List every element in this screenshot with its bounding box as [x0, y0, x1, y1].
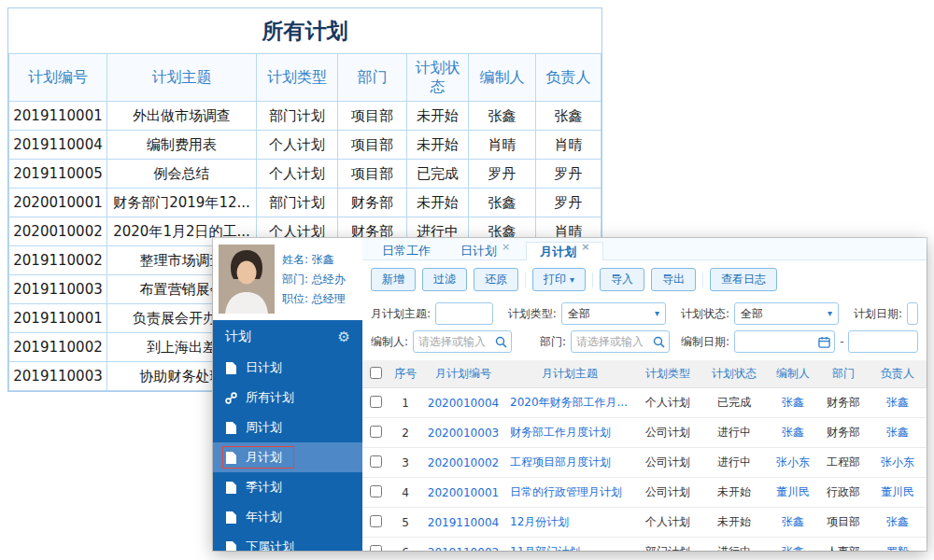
plan-creator-link[interactable]: 张鑫: [768, 508, 818, 538]
plan-owner: 肖晴: [536, 131, 601, 160]
add-button[interactable]: 新增: [371, 268, 416, 291]
plan-row[interactable]: 2 2020010003 财务部工作月度计划 公司计划 进行中 张鑫 财务部 张…: [362, 418, 927, 448]
plan-date-input[interactable]: [907, 302, 918, 325]
filter-panel: 月计划主题: 计划类型: 全部 ▾ 计划状态: 全部 ▾ 计划日期:: [362, 297, 927, 360]
tab-label: 月计划: [540, 244, 576, 260]
plan-subject-link[interactable]: 11月部门计划: [504, 538, 635, 552]
profile-position: 职位: 总经理: [282, 289, 346, 309]
column-header: 计划状态: [700, 360, 768, 388]
plan-type: 公司计划: [635, 448, 700, 478]
plan-type: 部门计划: [257, 102, 338, 131]
sidebar-item-yearly-plan[interactable]: 年计划: [213, 502, 362, 532]
sidebar-item-weekly-plan[interactable]: 周计划: [213, 413, 362, 442]
plan-type: 部门计划: [257, 189, 338, 217]
plan-subject-link[interactable]: 财务部工作月度计划: [504, 418, 635, 448]
sidebar: 姓名: 张鑫 部门: 总经办 职位: 总经理 计划 ⚙ 日计划: [213, 238, 362, 551]
sidebar-item-monthly-plan[interactable]: 月计划: [213, 442, 362, 472]
status-select[interactable]: 全部 ▾: [734, 302, 839, 325]
close-icon[interactable]: ×: [502, 241, 510, 253]
subject-filter-input[interactable]: [435, 302, 493, 325]
search-icon[interactable]: [495, 336, 507, 348]
plan-creator: 罗丹: [469, 160, 536, 189]
plan-id-link[interactable]: 2020010003: [422, 418, 504, 448]
column-header: 部门: [818, 360, 869, 388]
sidebar-section-plan[interactable]: 计划 ⚙: [213, 320, 362, 353]
plan-row[interactable]: 3 2020010002 工程项目部月度计划 公司计划 进行中 张小东 工程部 …: [362, 448, 927, 478]
tab-daily-plan[interactable]: 日计划 ×: [446, 242, 524, 259]
plan-id-link[interactable]: 2020010004: [422, 388, 504, 418]
plan-owner-link[interactable]: 张鑫: [869, 388, 927, 418]
row-checkbox[interactable]: [370, 396, 382, 408]
sidebar-section-label: 计划: [225, 329, 251, 345]
profile-department: 部门: 总经办: [282, 270, 346, 289]
plan-subject-link[interactable]: 12月份计划: [504, 508, 635, 538]
gear-icon[interactable]: ⚙: [338, 330, 350, 344]
table-header-row: 序号月计划编号月计划主题计划类型计划状态编制人部门负责人: [362, 360, 927, 388]
plan-creator-link[interactable]: 张鑫: [768, 388, 818, 418]
plan-dept: 财务部: [818, 388, 869, 418]
row-checkbox[interactable]: [370, 515, 382, 527]
import-button[interactable]: 导入: [600, 268, 644, 291]
type-filter-label: 计划类型:: [508, 306, 557, 322]
tab-daily-work[interactable]: 日常工作: [368, 242, 445, 259]
plan-creator-link[interactable]: 张鑫: [768, 418, 818, 448]
plan-id-link[interactable]: 2020010002: [422, 448, 504, 478]
column-header: 计划类型: [635, 360, 700, 388]
print-button[interactable]: 打印 ▾: [532, 268, 586, 291]
plan-subject-link[interactable]: 2020年财务部工作月...: [504, 388, 635, 418]
plan-id-link[interactable]: 2020010001: [422, 478, 504, 508]
plan-owner-link[interactable]: 张小东: [869, 448, 927, 478]
plan-row[interactable]: 4 2020010001 日常的行政管理月计划 公司计划 未开始 董川民 行政部…: [362, 478, 927, 508]
row-checkbox[interactable]: [370, 545, 382, 552]
plan-creator-link[interactable]: 张小东: [768, 448, 818, 478]
close-icon[interactable]: ×: [581, 241, 589, 253]
plan-status: 进行中: [700, 448, 768, 478]
tab-monthly-plan[interactable]: 月计划 ×: [526, 242, 603, 260]
view-log-button[interactable]: 查看日志: [710, 268, 777, 291]
row-number: 1: [389, 388, 422, 418]
document-icon: [225, 422, 237, 434]
document-icon: [225, 452, 237, 464]
plan-id: 2020010002: [9, 217, 107, 246]
plan-subject-link[interactable]: 日常的行政管理月计划: [504, 478, 635, 508]
report-row: 2019110004 编制费用表 个人计划 项目部 未开始 肖晴 肖晴: [9, 131, 601, 160]
filter-button[interactable]: 过滤: [422, 268, 467, 291]
plan-status: 未开始: [700, 508, 768, 538]
row-checkbox[interactable]: [370, 485, 382, 497]
row-checkbox[interactable]: [370, 455, 382, 468]
plan-owner-link[interactable]: 罗毅: [869, 538, 927, 552]
row-checkbox[interactable]: [370, 426, 382, 438]
search-icon[interactable]: [653, 336, 665, 348]
plan-subject-link[interactable]: 工程项目部月度计划: [504, 448, 635, 478]
plan-type: 个人计划: [257, 131, 338, 160]
plan-owner-link[interactable]: 董川民: [869, 478, 927, 508]
plan-type: 个人计划: [635, 388, 700, 418]
plan-subject: 例会总结: [107, 160, 257, 189]
export-button[interactable]: 导出: [651, 268, 696, 291]
plan-creator-link[interactable]: 董川民: [768, 478, 818, 508]
sidebar-item-quarterly-plan[interactable]: 季计划: [213, 472, 362, 502]
plan-id-link[interactable]: 2019110002: [422, 538, 504, 552]
plan-type: 个人计划: [257, 160, 338, 189]
plan-type: 个人计划: [635, 508, 700, 538]
select-all-checkbox[interactable]: [370, 367, 382, 379]
plan-row[interactable]: 1 2020010004 2020年财务部工作月... 个人计划 已完成 张鑫 …: [362, 388, 927, 418]
calendar-icon[interactable]: [818, 336, 830, 348]
plan-id: 2020010001: [9, 189, 107, 217]
plan-row[interactable]: 5 2019110004 12月份计划 个人计划 未开始 张鑫 项目部 张鑫: [362, 508, 927, 538]
plan-creator-link[interactable]: 张鑫: [768, 538, 818, 552]
plan-type: 公司计划: [635, 478, 700, 508]
plan-date-filter-label: 计划日期:: [854, 306, 902, 322]
column-header: 计划编号: [9, 54, 107, 102]
reset-button[interactable]: 还原: [474, 268, 518, 291]
type-select[interactable]: 全部 ▾: [561, 302, 666, 325]
created-date-end-input[interactable]: [848, 330, 918, 353]
sidebar-item-subordinate-plans[interactable]: 下属计划: [213, 532, 362, 551]
plan-id-link[interactable]: 2019110004: [422, 508, 504, 538]
sidebar-item-daily-plan[interactable]: 日计划: [213, 353, 362, 383]
plan-owner-link[interactable]: 张鑫: [869, 418, 927, 448]
sidebar-item-all-plans[interactable]: 所有计划: [213, 383, 362, 413]
plan-dept: 项目部: [338, 102, 407, 131]
plan-row[interactable]: 6 2019110002 11月部门计划 部门计划 进行中 张鑫 人事部 罗毅: [362, 538, 927, 552]
plan-owner-link[interactable]: 张鑫: [869, 508, 927, 538]
